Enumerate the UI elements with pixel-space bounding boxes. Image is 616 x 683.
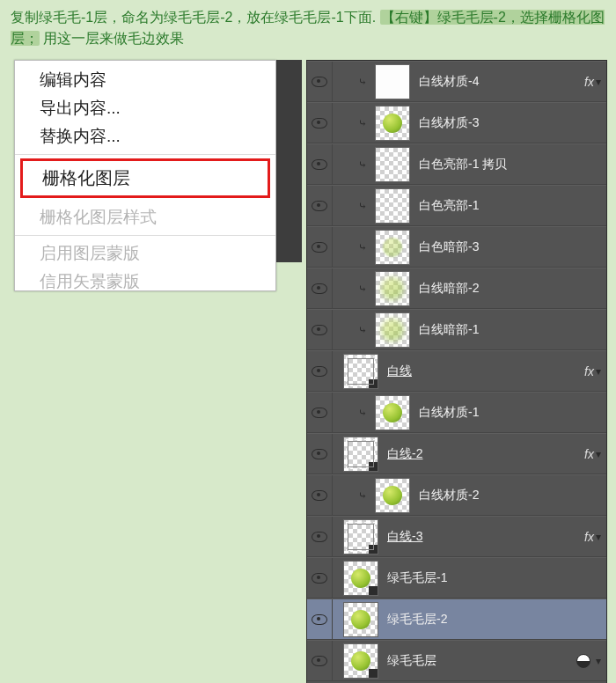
layer-thumbnail[interactable] (343, 602, 378, 637)
eye-icon (312, 532, 327, 542)
chevron-down-icon[interactable]: ▾ (596, 655, 606, 667)
layer-thumbnail[interactable] (375, 395, 410, 430)
eye-icon (312, 201, 327, 211)
layer-row[interactable]: 绿毛毛层▾ (307, 640, 606, 681)
layer-row[interactable]: ⤷白线材质-4fx▾ (307, 61, 606, 102)
visibility-toggle[interactable] (307, 144, 333, 184)
menu-item-vector-mask: 信用矢景蒙版 (15, 268, 275, 290)
eye-icon (312, 159, 327, 170)
layer-thumbnail[interactable] (375, 147, 410, 182)
layer-thumbnail[interactable] (375, 478, 410, 513)
clip-arrow-icon: ⤷ (356, 158, 370, 171)
fx-label[interactable]: fx (584, 447, 596, 461)
eye-icon (312, 77, 327, 87)
layer-name[interactable]: 白色暗部-3 (415, 239, 606, 255)
fx-label[interactable]: fx (584, 75, 596, 89)
chevron-down-icon[interactable]: ▾ (596, 76, 606, 88)
layer-row[interactable]: ⤷白线材质-1 (307, 392, 606, 433)
layer-name[interactable]: 白线材质-4 (415, 74, 584, 90)
visibility-toggle[interactable] (307, 62, 333, 101)
chevron-down-icon[interactable]: ▾ (596, 365, 606, 378)
visibility-toggle[interactable] (307, 186, 333, 225)
eye-icon (312, 242, 327, 253)
layer-row[interactable]: ⤷白线暗部-1 (307, 309, 606, 350)
layer-row[interactable]: 绿毛毛层-2 (307, 599, 606, 640)
fx-label[interactable]: fx (584, 364, 596, 378)
smart-object-badge-icon (369, 379, 378, 388)
fx-label[interactable]: fx (584, 530, 596, 544)
visibility-toggle[interactable] (307, 310, 333, 349)
chevron-down-icon[interactable]: ▾ (596, 448, 606, 460)
visibility-toggle[interactable] (307, 475, 333, 515)
layer-name[interactable]: 白线材质-3 (415, 115, 606, 131)
layer-name[interactable]: 白线材质-2 (415, 488, 606, 503)
layer-row[interactable]: 白线-2fx▾ (307, 433, 606, 474)
layer-row[interactable]: ⤷白色亮部-1 拷贝 (307, 143, 606, 185)
clip-arrow-icon: ⤷ (356, 117, 370, 129)
layer-thumbnail[interactable] (375, 271, 410, 306)
clip-arrow-icon: ⤷ (356, 200, 370, 212)
visibility-toggle[interactable] (307, 641, 333, 680)
layer-thumbnail[interactable] (343, 519, 378, 554)
menu-item-rasterize-layer-style[interactable]: 栅格化图层样式 (15, 203, 275, 231)
clip-arrow-icon: ⤷ (356, 241, 370, 253)
layer-row[interactable]: ⤷白线材质-3 (307, 102, 606, 143)
layer-thumbnail[interactable] (343, 561, 378, 596)
eye-icon (312, 283, 327, 294)
panel-edge (273, 60, 302, 262)
layer-name[interactable]: 白色亮部-1 拷贝 (415, 157, 606, 173)
layer-name[interactable]: 白线 (384, 364, 584, 379)
menu-item-export-content[interactable]: 导出内容... (15, 94, 275, 122)
layer-thumbnail[interactable] (343, 437, 378, 472)
layer-name[interactable]: 白线暗部-1 (415, 322, 606, 338)
eye-icon (312, 408, 327, 418)
menu-separator (15, 235, 275, 236)
layer-name[interactable]: 白色亮部-1 (415, 198, 606, 214)
layer-name[interactable]: 白线材质-1 (415, 405, 606, 421)
visibility-toggle[interactable] (307, 268, 333, 308)
visibility-toggle[interactable] (307, 558, 333, 598)
visibility-toggle[interactable] (307, 227, 333, 267)
menu-item-rasterize-layer-highlight: 栅格化图层 (20, 158, 270, 198)
chevron-down-icon[interactable]: ▾ (596, 531, 606, 543)
layer-name[interactable]: 白线-3 (384, 529, 584, 545)
layer-row[interactable]: ⤷白色亮部-1 (307, 185, 606, 226)
layer-row[interactable]: ⤷白色暗部-3 (307, 226, 606, 268)
layer-name[interactable]: 白线-2 (384, 446, 584, 462)
menu-item-rasterize-layer[interactable]: 栅格化图层 (42, 166, 268, 190)
layer-row[interactable]: ⤷白线暗部-2 (307, 268, 606, 309)
layer-thumbnail[interactable] (375, 230, 410, 265)
layers-panel: ⤷白线材质-4fx▾⤷白线材质-3⤷白色亮部-1 拷贝⤷白色亮部-1⤷白色暗部-… (306, 60, 607, 683)
layer-name[interactable]: 绿毛毛层-1 (384, 570, 606, 586)
clip-arrow-icon: ⤷ (356, 76, 370, 88)
eye-icon (312, 118, 327, 129)
layer-name[interactable]: 白线暗部-2 (415, 281, 606, 297)
layer-thumbnail[interactable] (343, 643, 378, 679)
visibility-toggle[interactable] (307, 103, 333, 143)
visibility-toggle[interactable] (307, 599, 333, 639)
layer-thumbnail[interactable] (375, 188, 410, 224)
layer-thumbnail[interactable] (375, 312, 410, 348)
context-menu: 编辑内容 导出内容... 替换内容... 栅格化图层 栅格化图层样式 启用图层蒙… (14, 60, 276, 291)
filter-toggle[interactable] (571, 641, 596, 680)
layer-name[interactable]: 绿毛毛层-2 (384, 612, 606, 628)
layer-thumbnail[interactable] (343, 354, 378, 389)
visibility-toggle[interactable] (307, 393, 333, 432)
layer-name[interactable]: 绿毛毛层 (384, 653, 571, 669)
layer-row[interactable]: 绿毛毛层-1 (307, 557, 606, 599)
layer-thumbnail[interactable] (375, 64, 410, 99)
menu-item-replace-content[interactable]: 替换内容... (15, 122, 275, 151)
layer-thumbnail[interactable] (375, 106, 410, 141)
clip-arrow-icon: ⤷ (356, 407, 370, 419)
visibility-toggle[interactable] (307, 434, 333, 474)
layer-row[interactable]: 白线fx▾ (307, 350, 606, 392)
visibility-toggle[interactable] (307, 517, 333, 556)
menu-item-edit-content[interactable]: 编辑内容 (15, 66, 275, 94)
layer-row[interactable]: 白线-3fx▾ (307, 516, 606, 557)
visibility-toggle[interactable] (307, 351, 333, 391)
smart-object-badge-icon (369, 586, 378, 595)
clip-arrow-icon: ⤷ (356, 283, 370, 295)
smart-object-badge-icon (369, 669, 378, 678)
smart-object-badge-icon (369, 462, 378, 471)
layer-row[interactable]: ⤷白线材质-2 (307, 474, 606, 516)
